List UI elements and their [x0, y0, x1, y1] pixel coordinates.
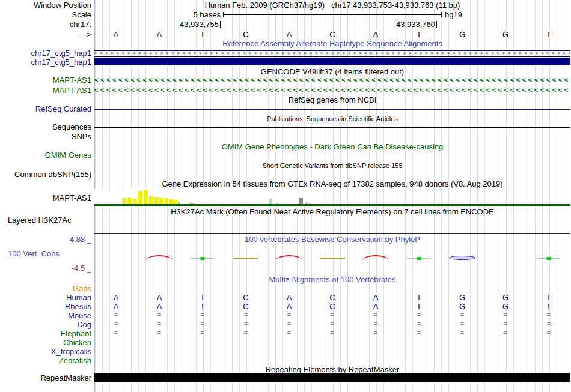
omim-track-title[interactable]: OMIM Gene Phenotypes - Dark Green Can Be… [94, 142, 570, 151]
publications-track-title[interactable]: Publications: Sequences in Scientific Ar… [94, 115, 570, 124]
hap1-item-label[interactable]: chr17_ctg5_hap1 [0, 49, 91, 58]
h3k27ac-track-title[interactable]: H3K27Ac Mark (Often Found Near Active Re… [94, 207, 570, 216]
multiz-species-elephant[interactable]: Elephant [0, 329, 91, 338]
gtex-expression-bar [159, 198, 163, 204]
alignment-gap-glyph: = [181, 310, 224, 319]
multiz-elephant-row[interactable]: = = = = = = = = = = = [94, 328, 570, 337]
aligned-base: T [181, 302, 224, 311]
gencode-track-title[interactable]: GENCODE V49lift37 (4 items filtered out) [94, 67, 570, 76]
multiz-rhesus-row[interactable]: A A T C A C A T G G T [94, 302, 570, 311]
multiz-species-zebrafish[interactable]: Zebrafish [0, 356, 91, 365]
refseq-gene-line[interactable] [94, 109, 570, 110]
alignment-gap-glyph: = [267, 319, 311, 328]
multiz-human-row[interactable]: A A T C A C A T G G T [94, 293, 570, 302]
gencode-gene-label[interactable]: MAPT-AS1 [0, 76, 91, 85]
hap2-item-label[interactable]: chr17_ctg5_hap1 [0, 58, 91, 67]
omim-genes-label[interactable]: OMIM Genes [0, 151, 91, 160]
dbsnp-track-title[interactable]: Short Genetic Variants from dbSNP releas… [94, 161, 570, 170]
strand-direction-label[interactable]: ---> [0, 30, 91, 39]
alignment-gap-glyph: = [527, 319, 570, 328]
repeatmasker-label[interactable]: RepeatMasker [0, 373, 91, 382]
base-letter: C [224, 30, 267, 39]
multiz-species-gaps[interactable]: Gaps [0, 284, 91, 293]
multiz-species-rhesus[interactable]: Rhesus [0, 302, 91, 311]
gtex-track-title[interactable]: Gene Expression in 54 tissues from GTEx … [94, 179, 570, 188]
aligned-base: C [224, 302, 267, 311]
alignment-gap-glyph: = [484, 328, 527, 337]
aligned-base: G [441, 293, 484, 302]
coordinate-tick [220, 21, 221, 28]
h3k27ac-label[interactable]: Layered H3K27Ac [8, 216, 72, 225]
conservation-positive-peak [201, 257, 205, 260]
gencode-gene-label[interactable]: MAPT-AS1 [0, 86, 91, 95]
gencode-gene-intron-arrows[interactable]: <<<<<<<<<<<<<<<<<<<<<<<<<<<<<<<<<<<<<<<<… [94, 86, 570, 94]
assembly-position-line: Human Feb. 2009 (GRCh37/hg19) chr17:43,9… [94, 1, 570, 10]
multiz-species-dog[interactable]: Dog [0, 320, 91, 329]
conservation-segment-green-dash [407, 258, 431, 259]
gtex-expression-bar [138, 191, 142, 204]
alignment-gap-glyph: = [267, 328, 311, 337]
hap1-chevron-band[interactable]: >>>>>>>>>>>>>>>>>>>>>>>>>>>>>>>>>>>>>>>>… [94, 50, 570, 57]
scale-ruler-line [224, 14, 441, 15]
multiz-species-chicken[interactable]: Chicken [0, 338, 91, 347]
snps-label[interactable]: SNPs [0, 132, 91, 141]
multiz-track-title[interactable]: Multiz Alignments of 100 Vertebrates [94, 275, 570, 284]
repeatmasker-track-title[interactable]: Repeating Elements by RepeatMasker [94, 365, 570, 374]
aligned-base: A [354, 302, 397, 311]
conservation-positive-peak [417, 257, 421, 260]
conservation-track[interactable] [94, 255, 570, 262]
base-letter: T [181, 30, 224, 39]
base-letter: C [311, 30, 354, 39]
alignment-gap-glyph: = [441, 319, 484, 328]
gtex-baseline [94, 204, 570, 206]
base-letter: G [484, 30, 527, 39]
conservation-min-value: -4.5 _ [0, 264, 91, 273]
multiz-dog-row[interactable]: = = = = = = = = = = = [94, 319, 570, 328]
window-position-label: Window Position [0, 1, 91, 10]
repeatmasker-bar[interactable] [94, 373, 570, 382]
conservation-label[interactable]: 100 Vert. Cons [8, 249, 60, 258]
sequences-item-line[interactable] [94, 127, 570, 128]
alignment-gap-glyph: = [181, 328, 224, 337]
conservation-max-value: 4.88 _ [0, 235, 91, 244]
hap2-filled-bar[interactable] [94, 58, 570, 65]
reference-sequence-row[interactable]: A A T C A C A T G G T [94, 30, 570, 39]
aligned-base: A [138, 302, 181, 311]
refseq-track-title[interactable]: RefSeq genes from NCBI [94, 95, 570, 104]
gencode-gene-intron-arrows[interactable]: <<<<<<<<<<<<<<<<<<<<<<<<<<<<<<<<<<<<<<<<… [94, 76, 570, 84]
gtex-gene-label[interactable]: MAPT-AS1 [0, 193, 91, 202]
dbsnp-label[interactable]: Common dbSNP(155) [0, 170, 91, 179]
alignment-gap-glyph: = [94, 328, 138, 337]
alignment-gap-glyph: = [527, 310, 570, 319]
alignment-gap-glyph: = [354, 310, 397, 319]
gtex-expression-bar [269, 199, 272, 204]
altmap-track-title[interactable]: Reference Assembly Alternate Haplotype S… [94, 39, 570, 48]
conservation-segment-olive-line [233, 258, 258, 259]
multiz-mouse-row[interactable]: = = = = = = = = = = = [94, 310, 570, 319]
alignment-gap-glyph: = [527, 328, 570, 337]
base-letter: A [354, 30, 397, 39]
aligned-base: A [138, 293, 181, 302]
conservation-segment-green-dash [191, 258, 215, 259]
conservation-track-title[interactable]: 100 vertebrates Basewise Conservation by… [94, 235, 570, 244]
gtex-expression-bar [122, 198, 126, 204]
aligned-base: G [441, 302, 484, 311]
gtex-expression-bar [169, 199, 173, 204]
multiz-species-human[interactable]: Human [0, 293, 91, 302]
sequences-label[interactable]: Sequences [0, 122, 91, 131]
multiz-species-mouse[interactable]: Mouse [0, 311, 91, 320]
refseq-curated-label[interactable]: RefSeq Curated [0, 104, 91, 113]
gtex-bars[interactable] [94, 189, 320, 204]
assembly-tag: hg19 [445, 10, 462, 19]
aligned-base: G [484, 293, 527, 302]
alignment-gap-glyph: = [311, 328, 354, 337]
alignment-gap-glyph: = [138, 310, 181, 319]
alignment-gap-glyph: = [311, 310, 354, 319]
alignment-gap-glyph: = [94, 319, 138, 328]
h3k27ac-baseline[interactable] [94, 233, 570, 234]
gtex-expression-bar [299, 198, 303, 204]
aligned-base: C [311, 302, 354, 311]
multiz-species-xtropicalis[interactable]: X_tropicalis [0, 347, 91, 356]
conservation-segment-blue-lens [449, 256, 475, 260]
aligned-base: A [354, 293, 397, 302]
